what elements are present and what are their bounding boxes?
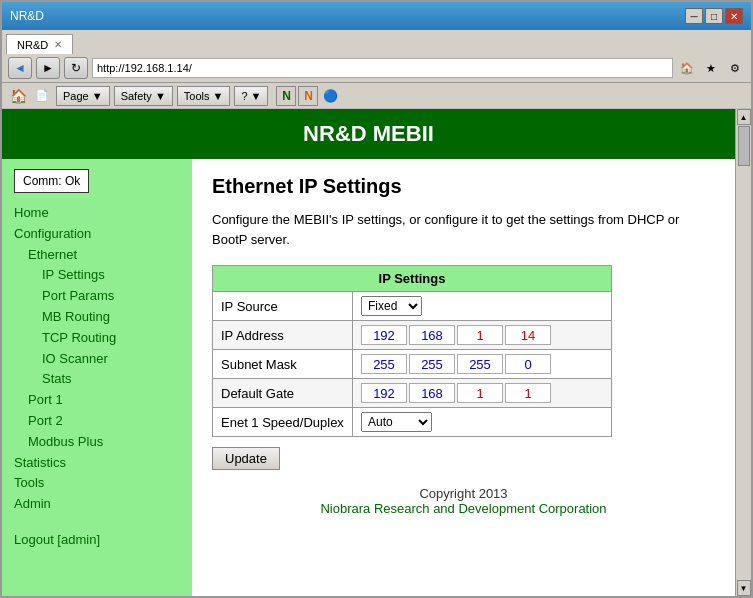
ip-settings-table: IP Settings IP Source Fixed xyxy=(212,265,612,437)
site-title: NR&D MEBII xyxy=(303,121,434,146)
sidebar-item-port-params[interactable]: Port Params xyxy=(14,286,180,307)
sidebar-item-statistics[interactable]: Statistics xyxy=(14,453,180,474)
settings-icon[interactable]: ⚙ xyxy=(725,58,745,78)
subnet-octet-2[interactable] xyxy=(409,354,455,374)
sidebar-item-home[interactable]: Home xyxy=(14,203,180,224)
sidebar-item-ethernet[interactable]: Ethernet xyxy=(14,245,180,266)
sidebar-item-modbus-plus[interactable]: Modbus Plus xyxy=(14,432,180,453)
page-header: NR&D MEBII xyxy=(2,109,735,159)
gate-octet-4[interactable] xyxy=(505,383,551,403)
safety-menu-button[interactable]: Safety ▼ xyxy=(114,86,173,106)
ip-source-label: IP Source xyxy=(213,292,353,321)
gate-octet-1[interactable] xyxy=(361,383,407,403)
table-row: Enet 1 Speed/Duplex Auto 10 Half 10 Full… xyxy=(213,408,612,437)
back-button[interactable]: ◄ xyxy=(8,57,32,79)
sidebar: Comm: Ok Home Configuration Ethernet IP … xyxy=(2,159,192,596)
title-bar-buttons: ─ □ ✕ xyxy=(685,8,743,24)
close-button[interactable]: ✕ xyxy=(725,8,743,24)
scroll-thumb[interactable] xyxy=(738,126,750,166)
content-area: NR&D MEBII Comm: Ok Home Configuration E… xyxy=(2,109,751,596)
scroll-track[interactable] xyxy=(736,125,751,580)
sidebar-item-stats[interactable]: Stats xyxy=(14,369,180,390)
sidebar-item-logout[interactable]: Logout [admin] xyxy=(14,530,180,551)
sidebar-item-tcp-routing[interactable]: TCP Routing xyxy=(14,328,180,349)
page-content: NR&D MEBII Comm: Ok Home Configuration E… xyxy=(2,109,735,596)
help-menu-button[interactable]: ? ▼ xyxy=(234,86,268,106)
n-icon-2: N xyxy=(298,86,318,106)
ip-address-label: IP Address xyxy=(213,321,353,350)
sidebar-item-tools[interactable]: Tools xyxy=(14,473,180,494)
ip-octet-3[interactable] xyxy=(457,325,503,345)
main-content: Ethernet IP Settings Configure the MEBII… xyxy=(192,159,735,596)
forward-button[interactable]: ► xyxy=(36,57,60,79)
page-title: Ethernet IP Settings xyxy=(212,175,715,198)
speed-duplex-cell: Auto 10 Half 10 Full 100 Half 100 Full xyxy=(353,408,612,437)
sidebar-item-mb-routing[interactable]: MB Routing xyxy=(14,307,180,328)
vertical-scrollbar[interactable]: ▲ ▼ xyxy=(735,109,751,596)
default-gate-cell xyxy=(353,379,612,408)
tools-menu-button[interactable]: Tools ▼ xyxy=(177,86,231,106)
sidebar-item-port1[interactable]: Port 1 xyxy=(14,390,180,411)
scrollbar-area: NR&D MEBII Comm: Ok Home Configuration E… xyxy=(2,109,751,596)
browser-title: NR&D xyxy=(10,9,44,23)
ip-source-select[interactable]: Fixed DHCP BootP xyxy=(361,296,422,316)
home-icon[interactable]: 🏠 xyxy=(677,58,697,78)
sidebar-item-configuration[interactable]: Configuration xyxy=(14,224,180,245)
active-tab[interactable]: NR&D ✕ xyxy=(6,34,73,54)
ip-address-cell xyxy=(353,321,612,350)
page-icon: 📄 xyxy=(32,86,52,106)
scroll-up-button[interactable]: ▲ xyxy=(737,109,751,125)
sidebar-item-admin[interactable]: Admin xyxy=(14,494,180,515)
sidebar-item-ip-settings[interactable]: IP Settings xyxy=(14,265,180,286)
page-description: Configure the MEBII's IP settings, or co… xyxy=(212,210,715,249)
logout-label: Logout [admin] xyxy=(14,532,100,547)
address-bar: ◄ ► ↻ 🏠 ★ ⚙ xyxy=(2,54,751,83)
toolbar-extras: N N 🔵 xyxy=(276,86,340,106)
subnet-octet-3[interactable] xyxy=(457,354,503,374)
title-bar-left: NR&D xyxy=(10,9,44,23)
ip-source-cell: Fixed DHCP BootP xyxy=(353,292,612,321)
sidebar-nav: Home Configuration Ethernet IP Settings … xyxy=(14,203,180,515)
comm-status-box: Comm: Ok xyxy=(14,169,89,193)
scroll-down-button[interactable]: ▼ xyxy=(737,580,751,596)
page-menu-button[interactable]: Page ▼ xyxy=(56,86,110,106)
gate-octet-2[interactable] xyxy=(409,383,455,403)
tab-label: NR&D xyxy=(17,39,48,51)
subnet-octet-4[interactable] xyxy=(505,354,551,374)
footer-link[interactable]: Niobrara Research and Development Corpor… xyxy=(320,501,606,516)
table-row: Subnet Mask xyxy=(213,350,612,379)
table-row: IP Source Fixed DHCP BootP xyxy=(213,292,612,321)
gate-octet-3[interactable] xyxy=(457,383,503,403)
sidebar-item-io-scanner[interactable]: IO Scanner xyxy=(14,349,180,370)
tab-close-icon[interactable]: ✕ xyxy=(54,39,62,50)
minimize-button[interactable]: ─ xyxy=(685,8,703,24)
update-button[interactable]: Update xyxy=(212,447,280,470)
toolbar: 🏠 📄 Page ▼ Safety ▼ Tools ▼ ? ▼ N N 🔵 xyxy=(2,83,751,109)
home-toolbar-icon[interactable]: 🏠 xyxy=(8,86,28,106)
maximize-button[interactable]: □ xyxy=(705,8,723,24)
browser-frame: NR&D ─ □ ✕ NR&D ✕ ◄ ► ↻ 🏠 ★ ⚙ 🏠 📄 Page ▼… xyxy=(0,0,753,598)
page-footer: Copyright 2013 Niobrara Research and Dev… xyxy=(212,470,715,532)
ip-octet-2[interactable] xyxy=(409,325,455,345)
subnet-octet-1[interactable] xyxy=(361,354,407,374)
table-row: IP Address xyxy=(213,321,612,350)
ip-octet-4[interactable] xyxy=(505,325,551,345)
speed-duplex-select[interactable]: Auto 10 Half 10 Full 100 Half 100 Full xyxy=(361,412,432,432)
n-icon-1: N xyxy=(276,86,296,106)
bluetooth-icon: 🔵 xyxy=(320,86,340,106)
page-body: Comm: Ok Home Configuration Ethernet IP … xyxy=(2,159,735,596)
refresh-button[interactable]: ↻ xyxy=(64,57,88,79)
subnet-mask-label: Subnet Mask xyxy=(213,350,353,379)
title-bar: NR&D ─ □ ✕ xyxy=(2,2,751,30)
favorites-icon[interactable]: ★ xyxy=(701,58,721,78)
tab-bar: NR&D ✕ xyxy=(2,30,751,54)
table-row: Default Gate xyxy=(213,379,612,408)
subnet-mask-cell xyxy=(353,350,612,379)
address-input[interactable] xyxy=(92,58,673,78)
speed-duplex-label: Enet 1 Speed/Duplex xyxy=(213,408,353,437)
table-header: IP Settings xyxy=(213,266,612,292)
comm-status: Comm: Ok xyxy=(23,174,80,188)
default-gate-label: Default Gate xyxy=(213,379,353,408)
sidebar-item-port2[interactable]: Port 2 xyxy=(14,411,180,432)
ip-octet-1[interactable] xyxy=(361,325,407,345)
